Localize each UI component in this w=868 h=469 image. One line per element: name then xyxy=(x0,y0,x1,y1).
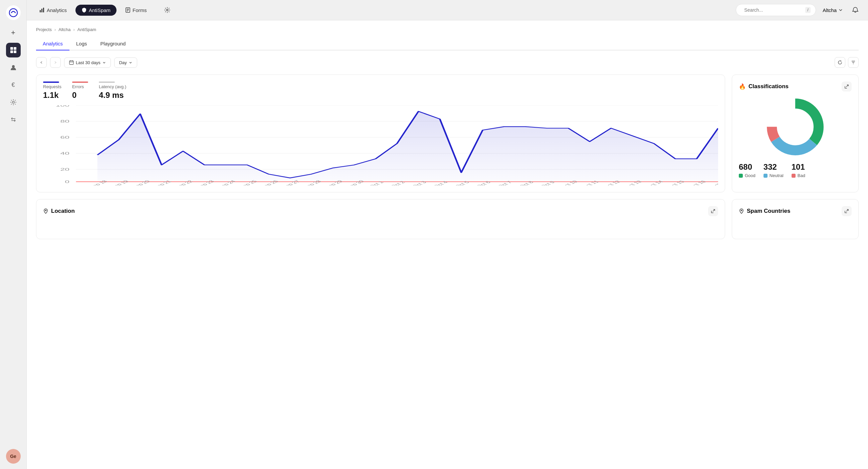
legend-line-requests xyxy=(43,82,59,83)
sidebar-item-grid[interactable] xyxy=(6,43,21,57)
location-card-header: Location xyxy=(43,206,718,216)
date-chevron-icon xyxy=(102,61,106,64)
search-bar: / xyxy=(736,4,816,16)
tab-analytics[interactable]: Analytics xyxy=(36,37,69,51)
svg-text:40: 40 xyxy=(60,152,69,156)
filter-button[interactable] xyxy=(848,57,859,68)
sidebar-item-billing[interactable]: € xyxy=(6,78,21,92)
spam-countries-label: Spam Countries xyxy=(747,208,790,214)
toolbar-right xyxy=(835,57,859,68)
svg-rect-1 xyxy=(10,47,13,50)
legend-requests: Requests 1.1k xyxy=(43,82,61,100)
location-expand-button[interactable] xyxy=(708,206,718,216)
svg-point-71 xyxy=(741,210,742,211)
legend-label-latency: Latency (avg.) xyxy=(99,84,126,89)
stat-bad: 101 Bad xyxy=(792,163,805,178)
refresh-button[interactable] xyxy=(835,57,845,68)
nav-tab-forms[interactable]: Forms xyxy=(119,5,153,16)
classifications-header: 🔥 Classifications xyxy=(739,82,851,91)
nav-tab-analytics[interactable]: Analytics xyxy=(33,5,73,16)
notification-bell[interactable] xyxy=(849,4,861,16)
svg-point-0 xyxy=(9,9,18,17)
settings-button[interactable] xyxy=(158,4,176,16)
legend-line-errors xyxy=(72,82,88,83)
stat-value-good: 680 xyxy=(739,163,755,172)
line-chart-svg: 100 80 60 40 20 0 xyxy=(43,105,718,185)
svg-text:100: 100 xyxy=(56,105,69,108)
prev-button[interactable] xyxy=(36,57,47,68)
svg-rect-17 xyxy=(69,61,73,64)
classifications-expand-button[interactable] xyxy=(842,82,851,91)
svg-rect-7 xyxy=(40,10,41,12)
spam-countries-header: Spam Countries xyxy=(739,206,851,216)
spam-countries-title: Spam Countries xyxy=(739,208,790,214)
legend-label-requests: Requests xyxy=(43,84,61,89)
chart-toolbar: Last 30 days Day xyxy=(36,57,859,68)
spam-countries-expand-button[interactable] xyxy=(842,206,851,216)
legend-value-errors: 0 xyxy=(72,90,88,100)
sidebar: + € Ge xyxy=(0,0,27,469)
stat-label-good: Good xyxy=(739,173,755,178)
user-avatar[interactable]: Ge xyxy=(6,449,21,464)
stat-good: 680 Good xyxy=(739,163,755,178)
breadcrumb-antispam[interactable]: AntiSpam xyxy=(78,27,96,32)
top-navigation: Analytics AntiSpam Forms xyxy=(27,0,868,20)
svg-text:20: 20 xyxy=(60,168,69,172)
fire-icon: 🔥 xyxy=(739,83,746,90)
sidebar-item-settings[interactable] xyxy=(6,95,21,110)
nav-tab-antispam[interactable]: AntiSpam xyxy=(75,5,117,16)
svg-point-69 xyxy=(778,110,812,144)
location-title: Location xyxy=(43,208,75,214)
spam-countries-card: Spam Countries xyxy=(732,199,859,239)
page-tabs: Analytics Logs Playground xyxy=(36,37,859,51)
search-input[interactable] xyxy=(744,7,803,13)
nav-tab-analytics-label: Analytics xyxy=(47,7,67,13)
date-range-picker[interactable]: Last 30 days xyxy=(64,57,111,68)
tab-logs[interactable]: Logs xyxy=(69,37,94,51)
legend-value-latency: 4.9 ms xyxy=(99,90,126,100)
stat-neutral: 332 Neutral xyxy=(764,163,783,178)
stat-dot-bad xyxy=(792,174,796,178)
donut-chart-container xyxy=(739,97,851,157)
tab-playground[interactable]: Playground xyxy=(94,37,132,51)
search-kbd: / xyxy=(805,7,810,13)
stat-dot-good xyxy=(739,174,743,178)
spam-countries-pin-icon xyxy=(739,208,744,214)
calendar-icon xyxy=(69,60,74,65)
next-button[interactable] xyxy=(50,57,61,68)
breadcrumb-altcha[interactable]: Altcha xyxy=(58,27,70,32)
sidebar-item-add[interactable]: + xyxy=(6,25,21,40)
svg-rect-2 xyxy=(14,47,17,50)
nav-tab-antispam-label: AntiSpam xyxy=(89,7,111,13)
legend-line-latency xyxy=(99,82,115,83)
date-range-label: Last 30 days xyxy=(76,60,100,65)
stat-value-neutral: 332 xyxy=(764,163,783,172)
location-pin-icon xyxy=(43,208,49,214)
classifications-stats: 680 Good 332 Neutral 1 xyxy=(739,163,851,178)
stat-label-neutral: Neutral xyxy=(764,173,783,178)
legend-latency: Latency (avg.) 4.9 ms xyxy=(99,82,126,100)
svg-rect-8 xyxy=(41,9,42,12)
svg-rect-4 xyxy=(14,51,17,53)
breadcrumb-sep-1: › xyxy=(54,27,56,32)
chart-legend: Requests 1.1k Errors 0 Latency (avg.) 4.… xyxy=(43,82,718,100)
classifications-card: 🔥 Classifications xyxy=(732,75,859,193)
app-logo[interactable] xyxy=(6,5,21,20)
stat-label-text-bad: Bad xyxy=(798,173,805,178)
svg-text:80: 80 xyxy=(60,120,69,124)
granularity-picker[interactable]: Day xyxy=(114,57,137,68)
stat-dot-neutral xyxy=(764,174,768,178)
main-area: Analytics AntiSpam Forms xyxy=(27,0,868,469)
stat-label-text-neutral: Neutral xyxy=(770,173,783,178)
sidebar-item-transfer[interactable] xyxy=(6,112,21,127)
breadcrumb: Projects › Altcha › AntiSpam xyxy=(36,27,859,32)
sidebar-item-user[interactable] xyxy=(6,60,21,75)
breadcrumb-projects[interactable]: Projects xyxy=(36,27,52,32)
nav-tab-forms-label: Forms xyxy=(132,7,147,13)
stat-label-bad: Bad xyxy=(792,173,805,178)
breadcrumb-sep-2: › xyxy=(73,27,74,32)
chevron-down-icon xyxy=(839,8,843,12)
user-menu[interactable]: Altcha xyxy=(818,5,847,16)
stat-value-bad: 101 xyxy=(792,163,805,172)
requests-chart-card: Requests 1.1k Errors 0 Latency (avg.) 4.… xyxy=(36,75,725,193)
